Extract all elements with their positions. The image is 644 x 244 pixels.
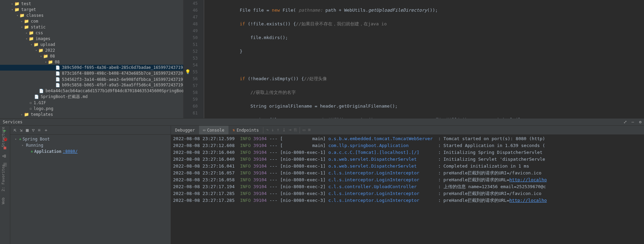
collapse-all-icon[interactable]: ⇲ xyxy=(20,127,23,133)
tree-file[interactable]: 📄b09c5858-b065-4fbf-a9a5-26aa5ff5d6c4_16… xyxy=(0,82,183,88)
tab-debugger[interactable]: Debugger xyxy=(171,126,199,134)
file-icon: ▫ xyxy=(29,100,32,105)
tab-endpoints[interactable]: ⇅Endpoints xyxy=(228,126,263,134)
lightbulb-icon[interactable]: 💡 xyxy=(185,69,190,75)
step-over-icon[interactable]: ↷ xyxy=(266,127,269,133)
tree-folder-test[interactable]: ▸📁test xyxy=(0,1,183,7)
file-icon: 📄 xyxy=(34,95,39,99)
folder-icon: 📁 xyxy=(38,48,43,53)
file-icon: 📄 xyxy=(55,65,60,70)
chevron-down-icon: ▾ xyxy=(10,8,14,12)
chevron-right-icon: ▸ xyxy=(10,2,14,6)
console-tab-bar: Debugger ▭Console ⇅Endpoints ↷ ↓ ↑ ⤓ ⇥ ⎘… xyxy=(171,126,644,135)
expand-icon[interactable]: ⤢ xyxy=(621,120,629,124)
sidebar-structure[interactable]: Structure xyxy=(1,127,5,147)
evaluate-icon[interactable]: ⎘ xyxy=(294,127,297,133)
tree-folder-08-day[interactable]: ▾📁08 xyxy=(0,59,183,65)
leaf-icon: ♣ xyxy=(19,137,21,141)
console-output[interactable]: 2022-08-08 23:27:12.599 INFO 39104 --- [… xyxy=(171,135,644,244)
step-into-icon[interactable]: ↓ xyxy=(271,127,274,133)
file-icon: ▫ xyxy=(29,106,32,111)
chevron-right-icon: ▸ xyxy=(20,112,24,117)
chevron-right-icon: ▸ xyxy=(25,31,29,35)
folder-icon: 📁 xyxy=(14,1,19,6)
folder-icon: 📁 xyxy=(29,30,34,35)
step-icon[interactable]: ⤓ xyxy=(282,127,286,133)
gear-icon[interactable]: ⚙ xyxy=(636,120,644,124)
chevron-down-icon: ▾ xyxy=(34,48,38,52)
code-editor[interactable]: 45464748495051525354💡55565758596061 File… xyxy=(184,0,644,118)
settings-icon[interactable]: ≡ xyxy=(308,127,311,133)
svc-node-application[interactable]: ♣Application :8080/ xyxy=(10,148,171,155)
tree-folder-upload[interactable]: ▾📁upload xyxy=(0,41,183,47)
endpoints-icon: ⇅ xyxy=(233,128,235,132)
sidebar-web[interactable]: Web xyxy=(1,197,5,204)
tree-folder-templates[interactable]: ▸📁templates xyxy=(0,111,183,117)
tree-file-logo[interactable]: ▫logo.png xyxy=(0,106,183,111)
chevron-down-icon: ▾ xyxy=(20,25,24,29)
chevron-down-icon: ▾ xyxy=(25,37,29,41)
services-toolwindow-header[interactable]: Services ⤢ — ⚙ xyxy=(0,118,644,126)
services-title: Services xyxy=(3,120,23,124)
run-to-cursor-icon[interactable]: ⇥ xyxy=(289,127,291,133)
layout-icon[interactable]: ▭ xyxy=(303,127,305,133)
folder-icon: 📁 xyxy=(43,54,48,59)
sidebar-favorites[interactable]: 2: Favorites xyxy=(1,164,5,191)
tree-folder-static[interactable]: ▾📁static xyxy=(0,24,183,30)
minimize-icon[interactable]: — xyxy=(629,120,636,124)
folder-icon: 📁 xyxy=(24,19,29,24)
filter-icon[interactable]: ▽ xyxy=(32,127,35,133)
chevron-down-icon: ▾ xyxy=(14,137,18,141)
folder-icon: 📁 xyxy=(34,42,39,47)
code-area[interactable]: File file = new File( pathname: path + W… xyxy=(204,0,644,118)
services-tree[interactable]: ⇱ ⇲ ▦ ▽ ⌗ ＋ ▾♣Spring Boot ▾Running ♣Appl… xyxy=(10,126,171,244)
tree-folder-target[interactable]: ▾📁target xyxy=(0,7,183,12)
tab-console[interactable]: ▭Console xyxy=(199,126,228,134)
svc-node-springboot[interactable]: ▾♣Spring Boot xyxy=(10,136,171,142)
file-icon: 📄 xyxy=(55,83,60,87)
tree-file-gif[interactable]: ▫1.GIF xyxy=(0,100,183,106)
tree-file[interactable]: 📄389c509d-f695-4a36-abe8-285c6d7badae_16… xyxy=(0,65,183,71)
chevron-down-icon: ▾ xyxy=(15,13,19,17)
file-icon: 📄 xyxy=(55,77,60,82)
chevron-down-icon: ▾ xyxy=(29,42,34,47)
chevron-right-icon: ▸ xyxy=(20,19,24,23)
folder-icon: 📁 xyxy=(14,7,19,12)
group-icon[interactable]: ⌗ xyxy=(38,127,40,133)
tree-folder-08[interactable]: ▾📁08 xyxy=(0,53,183,59)
app-port-link[interactable]: :8080/ xyxy=(63,149,78,154)
folder-icon: 📁 xyxy=(24,25,29,29)
step-out-icon[interactable]: ↑ xyxy=(277,127,279,133)
chevron-down-icon: ▾ xyxy=(21,143,25,147)
tree-folder-2022[interactable]: ▾📁2022 xyxy=(0,47,183,53)
expand-all-icon[interactable]: ⇱ xyxy=(14,127,16,133)
tree-file[interactable]: 📄be4a44c5acb64acca6d1577b1d9f84dc8701846… xyxy=(0,88,183,94)
tree-file[interactable]: 📄534562f3-3a14-468b-aea3-6e908fdfbbca_16… xyxy=(0,76,183,82)
tree-folder-images[interactable]: ▾📁images xyxy=(0,36,183,41)
add-icon[interactable]: ＋ xyxy=(44,127,48,133)
star-icon[interactable]: ★ xyxy=(2,154,4,158)
leaf-icon: ♣ xyxy=(31,150,33,154)
folder-icon: 📁 xyxy=(19,13,25,18)
folder-icon: 📁 xyxy=(29,36,34,41)
project-tree[interactable]: ▸📁test ▾📁target ▾📁classes ▸📁com ▾📁static… xyxy=(0,0,184,118)
console-icon: ▭ xyxy=(203,128,206,132)
tree-file[interactable]: 📄SpringBoot-拦截器.md xyxy=(0,94,183,100)
chevron-down-icon: ▾ xyxy=(44,60,48,64)
file-icon: 📄 xyxy=(39,89,44,93)
grid-icon[interactable]: ▦ xyxy=(26,127,29,133)
tree-folder-com[interactable]: ▸📁com xyxy=(0,18,183,24)
tree-file[interactable]: 📄873c16f4-8809-498c-b408-4743e685b7ce_16… xyxy=(0,71,183,76)
chevron-down-icon: ▾ xyxy=(39,54,43,58)
folder-icon: 📁 xyxy=(48,60,53,64)
svc-node-running[interactable]: ▾Running xyxy=(10,142,171,148)
left-toolwindow-strip: Structure ★ 2: Favorites Web xyxy=(0,127,6,204)
file-icon: 📄 xyxy=(55,71,60,76)
services-toolbar: ⇱ ⇲ ▦ ▽ ⌗ ＋ xyxy=(10,126,171,135)
line-gutter: 45464748495051525354💡55565758596061 xyxy=(184,0,204,118)
tree-folder-classes[interactable]: ▾📁classes xyxy=(0,12,183,18)
folder-icon: 📁 xyxy=(24,112,29,117)
tree-folder-css[interactable]: ▸📁css xyxy=(0,30,183,36)
